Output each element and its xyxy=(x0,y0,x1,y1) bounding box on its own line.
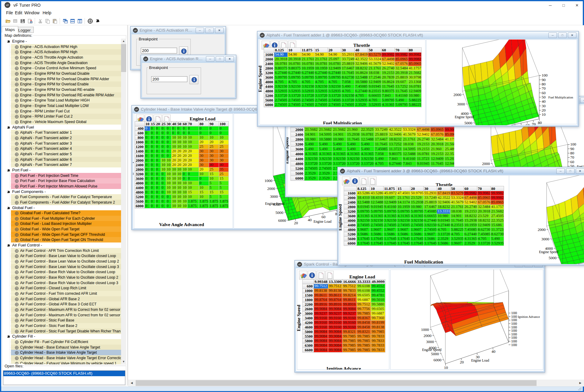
table-cell[interactable]: 2.74505 xyxy=(341,103,355,107)
table-cell[interactable]: 20 xyxy=(187,154,199,158)
breakpoint-input[interactable]: 200 xyxy=(151,76,187,82)
table-cell[interactable]: 99.8916 xyxy=(342,302,357,307)
tree-item[interactable]: Engine - ACIS Activation RPM High xyxy=(3,49,121,55)
row-header[interactable]: 4400 xyxy=(135,186,145,190)
table-cell[interactable]: 99.9084 xyxy=(314,339,328,343)
table-cell[interactable]: 12.9409 xyxy=(384,200,397,205)
table-cell[interactable]: 20 xyxy=(219,140,229,145)
table-cell[interactable]: 11.7645 xyxy=(450,218,464,223)
table-cell[interactable]: 99.6108 xyxy=(357,284,371,289)
table-cell[interactable]: 10 xyxy=(182,167,187,172)
table-cell[interactable]: 4.31365 xyxy=(318,152,332,156)
table-cell[interactable]: 10 xyxy=(182,181,187,186)
table-cell[interactable]: 83.5279 xyxy=(450,191,464,196)
table-cell[interactable]: 10 xyxy=(199,195,209,199)
table-cell[interactable]: 1.875 xyxy=(187,199,199,204)
col-header[interactable]: 30 xyxy=(166,122,172,126)
table-cell[interactable]: 10 xyxy=(209,136,219,140)
table-cell[interactable]: 42.3522 xyxy=(388,127,402,132)
table-cell[interactable]: 30 xyxy=(209,158,219,163)
table-cell[interactable]: 3.52935 xyxy=(274,89,288,94)
info-icon[interactable] xyxy=(308,271,316,280)
table-cell[interactable]: 16.8624 xyxy=(381,80,395,84)
table-cell[interactable]: 0 xyxy=(166,149,172,154)
tree-item[interactable]: Global Fuel - Fuel Multiplier For Each C… xyxy=(3,216,121,221)
table-cell[interactable]: 1.5686 xyxy=(384,232,397,237)
table-cell[interactable]: 99.9084 xyxy=(328,343,342,348)
table-cell[interactable]: 32.5484 xyxy=(430,137,444,142)
table-cell[interactable]: 85.0965 xyxy=(477,196,491,200)
table-cell[interactable]: 5.09795 xyxy=(410,209,424,214)
table-cell[interactable]: 0 xyxy=(150,140,155,145)
col-header[interactable]: 50 xyxy=(450,186,464,191)
table-cell[interactable]: 5.490 xyxy=(304,142,318,147)
table-cell[interactable]: 99.7512 xyxy=(328,284,342,289)
table-cell[interactable]: 3.92150 xyxy=(341,94,355,98)
table-cell[interactable]: 0 xyxy=(145,177,150,181)
table-cell[interactable]: 0 xyxy=(161,140,166,145)
table-cell[interactable]: 0 xyxy=(166,154,172,158)
table-cell[interactable]: 54.90 xyxy=(328,53,341,57)
table-cell[interactable]: 99.7833 xyxy=(342,289,357,293)
table-cell[interactable]: 99.9237 xyxy=(342,311,357,316)
table-cell[interactable]: 5.490 xyxy=(332,147,346,152)
table-cell[interactable]: 0 xyxy=(145,158,150,163)
table-cell[interactable]: 99.8611 xyxy=(314,293,328,298)
table-cell[interactable]: 10.980 xyxy=(332,137,346,142)
table-cell[interactable]: 10 xyxy=(172,167,177,172)
table-cell[interactable]: 3.13720 xyxy=(315,94,328,98)
row-header[interactable]: 6000 xyxy=(264,103,274,107)
table-cell[interactable]: 99.7833 xyxy=(371,339,385,343)
table-cell[interactable]: 1.5686 xyxy=(410,232,424,237)
table-cell[interactable]: 2.74505 xyxy=(328,98,341,103)
table-cell[interactable]: 99.9084 xyxy=(314,343,328,348)
table-cell[interactable]: 26.2740 xyxy=(416,137,430,142)
window-titlebar[interactable]: vF AlphaN - Fuel Transient adder 3 @ 896… xyxy=(338,167,584,175)
table-cell[interactable]: 10 xyxy=(172,190,177,195)
table-cell[interactable]: 0 xyxy=(155,199,161,204)
table-cell[interactable]: 0 xyxy=(209,131,219,136)
table-cell[interactable]: 4.705 xyxy=(374,161,388,166)
table-cell[interactable]: 10 xyxy=(177,172,182,177)
table-cell[interactable]: 67.0576 xyxy=(477,200,491,205)
table-cell[interactable]: 12.5488 xyxy=(357,200,370,205)
col-header[interactable]: 70 xyxy=(395,48,408,53)
table-cell[interactable]: 10.980 xyxy=(410,205,424,209)
table-cell[interactable]: 9.41160 xyxy=(402,156,416,161)
table-cell[interactable]: 18.8232 xyxy=(437,205,450,209)
table-cell[interactable]: 0 xyxy=(155,131,161,136)
table-cell[interactable]: 20 xyxy=(187,158,199,163)
table-cell[interactable]: 0 xyxy=(145,204,150,208)
table-cell[interactable]: 1.875 xyxy=(209,204,219,208)
table-cell[interactable]: 2.74505 xyxy=(424,228,437,232)
table-cell[interactable]: 0 xyxy=(155,172,161,177)
table-cell[interactable]: 10 xyxy=(166,181,172,186)
table-cell[interactable]: 0 xyxy=(155,177,161,181)
table-cell[interactable]: 1.9607 xyxy=(370,228,384,232)
table-cell[interactable]: 99.8199 xyxy=(371,321,385,325)
table-cell[interactable]: 54.90 xyxy=(301,53,315,57)
table-cell[interactable]: 16.0781 xyxy=(360,132,374,137)
table-cell[interactable]: 41.5679 xyxy=(450,200,464,205)
scroll-up-icon[interactable]: ▲ xyxy=(121,39,126,44)
col-header[interactable]: 8.125 xyxy=(357,186,370,191)
table-cell[interactable]: 20 xyxy=(177,149,182,154)
col-header[interactable]: 60 xyxy=(381,48,395,53)
import-icon[interactable] xyxy=(13,19,18,24)
row-header[interactable]: 2000 xyxy=(291,127,304,132)
table-cell[interactable]: 52.9402 xyxy=(416,132,430,137)
table-cell[interactable]: 20 xyxy=(177,158,182,163)
table-cell[interactable]: 16.0781 xyxy=(328,62,341,66)
row-header[interactable]: 4000 xyxy=(135,181,145,186)
table-cell[interactable]: 26.2740 xyxy=(381,66,395,71)
table-cell[interactable]: 10 xyxy=(172,145,177,149)
table-cell[interactable]: 99.9084 xyxy=(328,348,342,352)
table-cell[interactable]: 99.8764 xyxy=(314,298,328,302)
table-cell[interactable]: 99.9084 xyxy=(328,339,342,343)
table-cell[interactable]: 99.9160 xyxy=(314,316,328,321)
table-cell[interactable]: 1.17645 xyxy=(424,241,437,246)
table-cell[interactable]: 8.23515 xyxy=(450,223,464,228)
tree-item[interactable]: AlphaN - Fuel Transient adder 1 xyxy=(3,130,121,135)
tree-item[interactable]: Engine - Cruise Control Active Minimum S… xyxy=(3,65,121,71)
table-cell[interactable]: 0 xyxy=(161,199,166,204)
